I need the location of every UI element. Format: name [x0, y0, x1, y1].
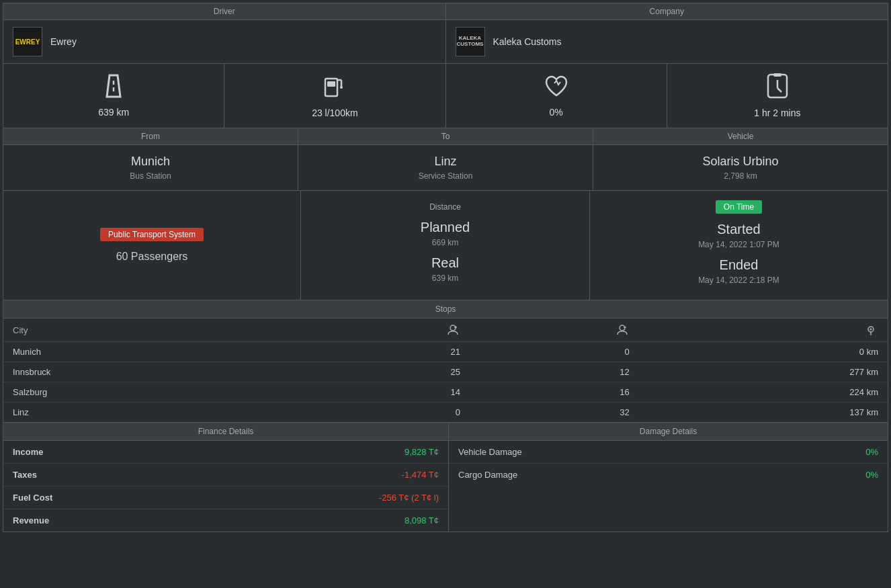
main-container: Driver EWREY Ewrey Company KALEKACUSTOMS… [3, 3, 888, 532]
from-cell: From Munich Bus Station [3, 128, 298, 190]
time-value: 1 hr 2 mins [754, 108, 800, 118]
table-row: Innsbruck 25 12 277 km [3, 362, 888, 382]
vehicle-body: Solaris Urbino 2,798 km [593, 145, 888, 190]
finance-panel: Finance Details Income 9,828 T¢ Taxes -1… [3, 423, 449, 532]
damage-value: 0% [767, 464, 888, 487]
passengers-text: 60 Passengers [116, 251, 188, 263]
mid-row: Public Transport System 60 Passengers Di… [3, 191, 888, 300]
stats-row: 639 km 23 l/100km 0% [3, 64, 888, 128]
distance-header: Distance [308, 202, 583, 212]
damage-value: 0% [550, 107, 563, 118]
distance-panel: Distance Planned 669 km Real 639 km [301, 191, 590, 300]
started-label: Started [717, 222, 760, 237]
started-value: May 14, 2022 1:07 PM [698, 240, 779, 249]
stops-table: City [3, 319, 888, 422]
damage-header: Damage Details [449, 423, 888, 441]
transport-badge: Public Transport System [100, 228, 204, 241]
ftv-row: From Munich Bus Station To Linz Service … [3, 128, 888, 191]
ended-value: May 14, 2022 2:18 PM [698, 276, 779, 285]
from-city: Munich [10, 155, 291, 169]
table-row: Salzburg 14 16 224 km [3, 382, 888, 403]
on-time-badge: On Time [716, 200, 762, 214]
timer-icon [765, 73, 790, 102]
driver-name: Ewrey [50, 36, 77, 47]
stat-distance: 639 km [3, 64, 224, 128]
company-header: Company [446, 3, 888, 20]
driver-avatar: EWREY [13, 27, 42, 56]
finance-label: Revenue [3, 509, 194, 532]
to-city: Linz [305, 155, 586, 169]
to-sub: Service Station [305, 171, 586, 181]
svg-rect-3 [325, 79, 337, 96]
damage-panel: Damage Details Vehicle Damage 0% Cargo D… [449, 423, 888, 532]
stop-distance: 0 km [639, 342, 888, 362]
finance-label: Fuel Cost [3, 487, 194, 509]
road-icon [99, 74, 128, 101]
stat-time: 1 hr 2 mins [667, 64, 888, 128]
finance-value: 8,098 T¢ [194, 509, 448, 532]
stop-alighting: 0 [470, 342, 639, 362]
to-header: To [298, 128, 593, 145]
finance-row: Taxes -1,474 T¢ [3, 464, 448, 487]
driver-panel: Driver EWREY Ewrey [3, 3, 446, 63]
distance-value: 639 km [98, 107, 129, 118]
finance-label: Taxes [3, 464, 194, 487]
company-avatar: KALEKACUSTOMS [456, 27, 485, 56]
damage-row: Vehicle Damage 0% [449, 441, 888, 464]
svg-rect-9 [773, 73, 781, 77]
damage-table: Vehicle Damage 0% Cargo Damage 0% [449, 441, 888, 486]
stop-boarding: 21 [300, 342, 470, 362]
stop-city: Linz [3, 403, 300, 423]
transport-panel: Public Transport System 60 Passengers [3, 191, 301, 300]
fuel-icon [323, 73, 347, 102]
finance-value: -256 T¢ (2 T¢ l) [194, 487, 448, 509]
svg-line-11 [777, 88, 781, 92]
vehicle-name: Solaris Urbino [600, 155, 881, 169]
damage-label: Cargo Damage [449, 464, 767, 487]
planned-label: Planned [421, 220, 470, 235]
stops-section: Stops City [3, 300, 888, 423]
finance-label: Income [3, 441, 194, 464]
stat-fuel: 23 l/100km [224, 64, 446, 128]
finance-header: Finance Details [3, 423, 448, 441]
svg-point-18 [870, 329, 872, 331]
company-body: KALEKACUSTOMS Kaleka Customs [446, 20, 888, 63]
finance-value: 9,828 T¢ [194, 441, 448, 464]
real-value: 639 km [432, 274, 458, 283]
fuel-value: 23 l/100km [312, 108, 357, 118]
to-body: Linz Service Station [298, 145, 593, 190]
svg-rect-4 [327, 81, 335, 87]
vehicle-cell: Vehicle Solaris Urbino 2,798 km [593, 128, 888, 190]
bottom-row: Finance Details Income 9,828 T¢ Taxes -1… [3, 423, 888, 532]
from-body: Munich Bus Station [3, 145, 298, 190]
ended-label: Ended [720, 257, 759, 273]
company-panel: Company KALEKACUSTOMS Kaleka Customs [446, 3, 888, 63]
finance-row: Income 9,828 T¢ [3, 441, 448, 464]
driver-header: Driver [3, 3, 446, 20]
table-row: Munich 21 0 0 km [3, 342, 888, 362]
stop-city: Munich [3, 342, 300, 362]
driver-avatar-text: EWREY [15, 38, 40, 46]
heart-broken-icon [544, 74, 569, 101]
stop-boarding: 25 [300, 362, 470, 382]
stop-alighting: 16 [470, 382, 639, 403]
damage-label: Vehicle Damage [449, 441, 767, 464]
stop-city: Salzburg [3, 382, 300, 403]
stat-damage: 0% [446, 64, 667, 128]
stop-distance: 277 km [639, 362, 888, 382]
finance-table: Income 9,828 T¢ Taxes -1,474 T¢ Fuel Cos… [3, 441, 448, 532]
stop-city: Innsbruck [3, 362, 300, 382]
stops-header: Stops [3, 300, 888, 319]
company-name: Kaleka Customs [493, 36, 562, 47]
finance-row: Fuel Cost -256 T¢ (2 T¢ l) [3, 487, 448, 509]
stop-distance: 224 km [639, 382, 888, 403]
driver-company-row: Driver EWREY Ewrey Company KALEKACUSTOMS… [3, 3, 888, 64]
stop-boarding: 0 [300, 403, 470, 423]
svg-point-7 [340, 86, 343, 89]
vehicle-header: Vehicle [593, 128, 888, 145]
from-sub: Bus Station [10, 171, 291, 181]
col-city: City [3, 319, 300, 342]
col-distance [639, 319, 888, 342]
stop-distance: 137 km [639, 403, 888, 423]
stop-boarding: 14 [300, 382, 470, 403]
